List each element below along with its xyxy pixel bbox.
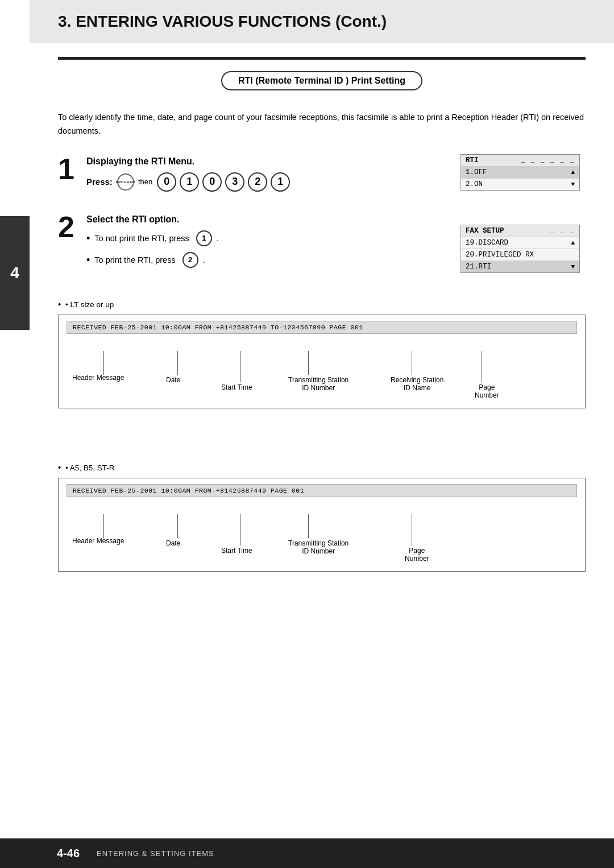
key-3: 3: [225, 172, 244, 192]
program-label: PROGRAM: [115, 180, 135, 184]
step-1-title: Displaying the RTI Menu.: [86, 156, 443, 167]
lcd1-row2: 2.ON ▼: [461, 179, 579, 190]
lcd2-row3: 21.RTI ▼: [461, 261, 579, 272]
vline-date-1: [177, 351, 178, 375]
footer-page-number: 4-46: [57, 847, 80, 860]
bullet-dot-2: •: [86, 255, 90, 265]
diagram-1-box: RECEIVED FEB-25-2001 10:00AM FROM-+81425…: [58, 315, 586, 408]
diagram-1-annotations: Header Message Date Start Time Transmitt…: [67, 351, 577, 408]
key-1-second: 1: [271, 172, 290, 192]
annotation-header-msg-2: Header Message: [72, 537, 124, 545]
top-divider: [58, 57, 586, 60]
annotation-date-1: Date: [166, 376, 180, 384]
lcd1-row1: 1.OFF ▲: [461, 167, 579, 179]
side-tab: 4: [0, 216, 30, 330]
diagram-1-label: • • LT size or up: [58, 299, 586, 309]
lcd2-header: FAX SETUP _ _ _: [461, 225, 579, 237]
lcd1-header: RTI _ _ _ _ _ _: [461, 155, 579, 167]
intro-paragraph: To clearly identify the time, date, and …: [58, 111, 586, 138]
vline-starttime-1: [240, 351, 240, 382]
vline-header-msg-1: [103, 351, 104, 375]
step-2-content: Select the RTI option. • To not print th…: [86, 212, 443, 274]
vline-header-msg-2: [103, 514, 104, 538]
annotation-date-2: Date: [166, 539, 180, 547]
page-footer: 4-46 ENTERING & SETTING ITEMS: [0, 838, 614, 868]
annotation-transmitting-2: Transmitting Station ID Number: [288, 539, 349, 555]
key-0-first: 0: [157, 172, 176, 192]
vline-receiving-1: [412, 351, 412, 375]
diagram-2-annotations: Header Message Date Start Time Transmitt…: [67, 514, 577, 571]
then-label: then: [138, 177, 152, 186]
bullet-2: • To print the RTI, press 2 .: [86, 252, 443, 268]
annotation-page-2: Page Number: [405, 547, 429, 563]
key-2: 2: [248, 172, 267, 192]
bullet-1-text: To not print the RTI, press: [94, 234, 189, 243]
annotation-starttime-1: Start Time: [221, 383, 252, 391]
page-title: 3. ENTERING VARIOUS FUNCTIONS (Cont.): [58, 13, 586, 31]
key-0-second: 0: [202, 172, 222, 192]
steps-left: 1 Displaying the RTI Menu. Press: PROGRA…: [58, 154, 443, 282]
lcd-panel-1: RTI _ _ _ _ _ _ 1.OFF ▲ 2.ON ▼: [460, 154, 580, 191]
option-2-btn: 2: [182, 252, 198, 268]
vline-transmitting-2: [308, 514, 309, 538]
annotation-transmitting-1: Transmitting Station ID Number: [288, 376, 349, 392]
annotation-starttime-2: Start Time: [221, 547, 252, 555]
bullet-2-text: To print the RTI, press: [94, 255, 175, 264]
press-row: Press: PROGRAM then 0 1 0 3 2 1: [86, 172, 443, 192]
diagram-2-box: RECEIVED FEB-25-2001 10:00AM FROM-+81425…: [58, 478, 586, 572]
page-header: 3. ENTERING VARIOUS FUNCTIONS (Cont.): [30, 0, 614, 43]
annotation-receiving-1: Receiving Station ID Name: [391, 376, 443, 392]
key-1-first: 1: [180, 172, 199, 192]
bullet-1: • To not print the RTI, press 1 .: [86, 230, 443, 246]
step-2-number: 2: [58, 212, 78, 242]
step-1: 1 Displaying the RTI Menu. Press: PROGRA…: [58, 154, 443, 196]
vline-page-1: [482, 351, 482, 382]
bullet-1-period: .: [217, 234, 219, 243]
program-circle: PROGRAM: [117, 173, 134, 191]
step-2-title: Select the RTI option.: [86, 214, 443, 225]
lcd2-row2: 20.PRIVILEGED RX: [461, 249, 579, 261]
press-label: Press:: [86, 177, 113, 187]
lcd2-up-arrow: ▲: [571, 239, 575, 246]
annotation-page-1: Page Number: [475, 383, 499, 399]
annotation-header-msg-1: Header Message: [72, 374, 124, 382]
step-1-content: Displaying the RTI Menu. Press: PROGRAM …: [86, 154, 443, 196]
footer-text: ENTERING & SETTING ITEMS: [97, 849, 214, 858]
lcd2-down-arrow: ▼: [571, 263, 575, 270]
lcd2-row1: 19.DISCARD ▲: [461, 237, 579, 249]
vline-date-2: [177, 514, 178, 538]
vline-starttime-2: [240, 514, 240, 545]
diagram-1-section: • • LT size or up RECEIVED FEB-25-2001 1…: [58, 299, 586, 408]
lcd1-up-arrow: ▲: [571, 169, 575, 176]
option-1-btn: 1: [196, 230, 212, 246]
diagram-2-header-bar: RECEIVED FEB-25-2001 10:00AM FROM-+81425…: [67, 484, 577, 497]
diagram-2-section: • • A5, B5, ST-R RECEIVED FEB-25-2001 10…: [58, 462, 586, 572]
lcd-panel-2: FAX SETUP _ _ _ 19.DISCARD ▲ 20.PRIVILEG…: [460, 225, 580, 273]
main-content: RTI (Remote Terminal ID ) Print Setting …: [30, 57, 614, 657]
lcd-panels: RTI _ _ _ _ _ _ 1.OFF ▲ 2.ON ▼ FAX SETUP…: [460, 154, 586, 282]
steps-area: 1 Displaying the RTI Menu. Press: PROGRA…: [58, 154, 586, 282]
step-2: 2 Select the RTI option. • To not print …: [58, 212, 443, 274]
diagram-1-header-bar: RECEIVED FEB-25-2001 10:00AM FROM-+81425…: [67, 321, 577, 334]
bullet-dot-1: •: [86, 233, 90, 243]
vline-page-2: [412, 514, 412, 545]
diagram-2-label: • • A5, B5, ST-R: [58, 462, 586, 472]
step-1-number: 1: [58, 154, 78, 184]
bullet-2-period: .: [203, 255, 205, 264]
lcd1-down-arrow: ▼: [571, 181, 575, 188]
vline-transmitting-1: [308, 351, 309, 375]
section-title: RTI (Remote Terminal ID ) Print Setting: [221, 71, 422, 90]
